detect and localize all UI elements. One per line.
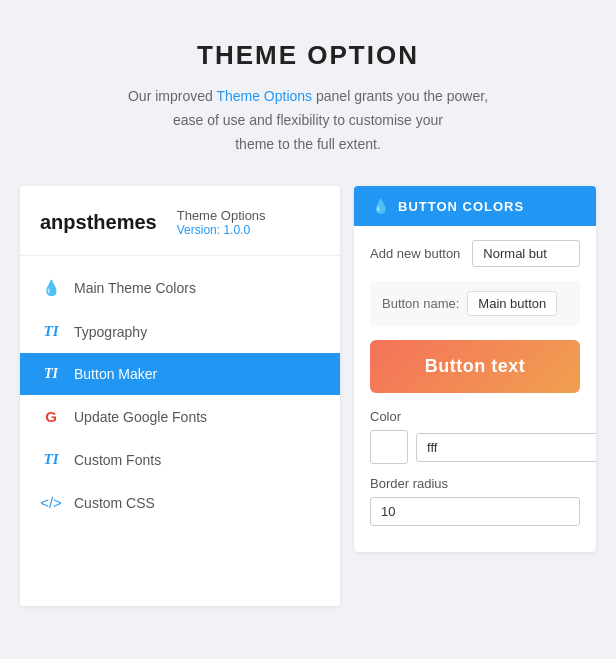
brand-info: Theme Options Version: 1.0.0 <box>177 208 266 237</box>
color-swatch[interactable] <box>370 430 408 464</box>
sidebar-item-label: Custom CSS <box>74 495 155 511</box>
sidebar-item-update-google-fonts[interactable]: G Update Google Fonts <box>20 395 340 438</box>
add-button-row: Add new button <box>370 240 580 267</box>
color-label: Color <box>370 409 580 424</box>
sidebar-item-label: Typography <box>74 324 147 340</box>
border-radius-input[interactable] <box>370 497 580 526</box>
google-icon: G <box>40 408 62 425</box>
border-radius-field-group: Border radius <box>370 476 580 526</box>
desc-before: Our improved <box>128 88 216 104</box>
add-button-label: Add new button <box>370 246 460 261</box>
theme-options-link[interactable]: Theme Options <box>216 88 312 104</box>
color-field-group: Color <box>370 409 580 464</box>
brand-name: anpsthemes <box>40 211 157 234</box>
code-icon: </> <box>40 494 62 511</box>
main-content: anpsthemes Theme Options Version: 1.0.0 … <box>0 186 616 626</box>
drop-icon: 💧 <box>40 279 62 297</box>
sidebar-item-label: Custom Fonts <box>74 452 161 468</box>
panel-header-icon: 💧 <box>372 198 390 214</box>
page-title: THEME OPTION <box>20 40 596 71</box>
right-panel: 💧 BUTTON COLORS Add new button Button na… <box>354 186 596 552</box>
color-input[interactable] <box>416 433 596 462</box>
sidebar-item-custom-fonts[interactable]: TI Custom Fonts <box>20 438 340 481</box>
brand-options-label: Theme Options <box>177 208 266 223</box>
panel-body: Add new button Button name: Main button … <box>354 226 596 552</box>
sidebar-item-label: Main Theme Colors <box>74 280 196 296</box>
button-name-row: Button name: Main button <box>370 281 580 326</box>
sidebar-item-custom-css[interactable]: </> Custom CSS <box>20 481 340 524</box>
sidebar-brand: anpsthemes Theme Options Version: 1.0.0 <box>20 186 340 256</box>
sidebar-item-label: Button Maker <box>74 366 157 382</box>
sidebar-item-main-theme-colors[interactable]: 💧 Main Theme Colors <box>20 266 340 310</box>
brand-version: Version: 1.0.0 <box>177 223 266 237</box>
border-radius-label: Border radius <box>370 476 580 491</box>
panel-header-title: BUTTON COLORS <box>398 199 524 214</box>
color-field-row <box>370 430 580 464</box>
sidebar: anpsthemes Theme Options Version: 1.0.0 … <box>20 186 340 606</box>
type-icon-active: TI <box>40 366 62 382</box>
add-button-input[interactable] <box>472 240 580 267</box>
panel-header: 💧 BUTTON COLORS <box>354 186 596 226</box>
button-name-tag: Main button <box>467 291 557 316</box>
type-icon-2: TI <box>40 451 62 468</box>
sidebar-nav: 💧 Main Theme Colors TI Typography TI But… <box>20 256 340 534</box>
sidebar-item-button-maker[interactable]: TI Button Maker <box>20 353 340 395</box>
sidebar-item-label: Update Google Fonts <box>74 409 207 425</box>
header-description: Our improved Theme Options panel grants … <box>20 85 596 156</box>
header-section: THEME OPTION Our improved Theme Options … <box>0 0 616 186</box>
preview-button-wrap: Button text <box>370 340 580 393</box>
preview-button[interactable]: Button text <box>370 340 580 393</box>
button-name-label: Button name: <box>382 296 459 311</box>
border-radius-field-row <box>370 497 580 526</box>
type-icon: TI <box>40 323 62 340</box>
sidebar-item-typography[interactable]: TI Typography <box>20 310 340 353</box>
